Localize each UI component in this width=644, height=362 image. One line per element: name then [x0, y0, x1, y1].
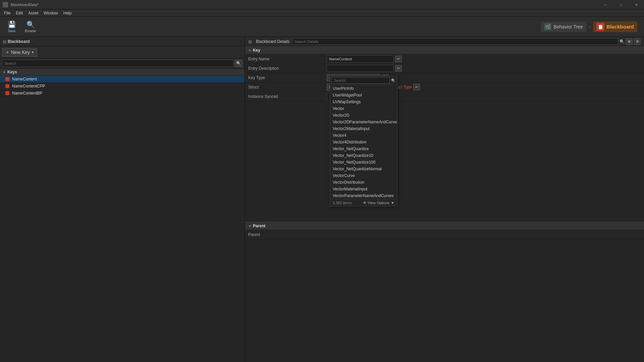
dropdown-item[interactable]: UVMapSettings: [330, 99, 397, 105]
breadcrumb-arrow: ›: [589, 24, 591, 29]
right-panel: ▤ Blackboard Details 🔍 ⊞ ⚙ ▼ Key Entry N…: [245, 37, 644, 362]
parent-section-arrow: ▼: [248, 224, 252, 228]
key-icon-namecontentbp: [5, 91, 9, 95]
behavior-tree-icon: 🌿: [544, 23, 551, 31]
dropdown-item[interactable]: VectorCurve: [330, 172, 397, 179]
dropdown-item[interactable]: Vector_NetQuantize100: [330, 159, 397, 166]
breadcrumb: 🌿 Behavior Tree › 📋 Blackboard: [541, 21, 637, 32]
dropdown-item[interactable]: Vector2DParameterNameAndCurves: [330, 119, 397, 125]
keys-section-header[interactable]: ▼ Keys: [0, 69, 245, 76]
parent-section-label: Parent: [253, 224, 265, 228]
dropdown-item[interactable]: Vector4: [330, 132, 397, 139]
menu-file[interactable]: File: [1, 10, 13, 16]
window-controls: ─ □ ✕: [598, 0, 644, 9]
key-type-label: Key Type: [245, 75, 325, 80]
entry-description-row: Entry Description ↩: [245, 64, 644, 73]
dropdown-item[interactable]: Vector: [330, 105, 397, 112]
toolbar: 💾 Save 🔍 Browse 🌿 Behavior Tree › 📋 Blac…: [0, 17, 644, 37]
minimize-button[interactable]: ─: [598, 0, 613, 9]
struct-reset-btn[interactable]: ↩: [413, 84, 420, 90]
dropdown-item[interactable]: Vector4Distribution: [330, 139, 397, 145]
key-name-namecontent: NameContent: [12, 77, 37, 81]
save-icon: 💾: [8, 20, 16, 28]
right-panel-header: ▤ Blackboard Details 🔍 ⊞ ⚙: [245, 37, 644, 46]
key-item-namecontentbp[interactable]: NameContentBP: [0, 90, 245, 97]
save-button[interactable]: 💾 Save: [3, 18, 20, 36]
search-button[interactable]: 🔍: [235, 60, 242, 67]
search-input[interactable]: [2, 60, 233, 67]
dropdown-item[interactable]: Vector_NetQuantize10: [330, 152, 397, 159]
dropdown-item[interactable]: UserWidgetPool: [330, 92, 397, 99]
key-name-namecontentcpp: NameContentCPP: [12, 84, 45, 88]
menubar: File Edit Asset Window Help: [0, 9, 644, 17]
left-panel: ▤ Blackboard ＋ New Key ▼ 🔍 ▼ Keys NameCo…: [0, 37, 245, 362]
entry-description-input[interactable]: [327, 65, 394, 72]
key-icon-namecontentcpp: [5, 84, 9, 88]
dropdown-search-icon: 🔍: [391, 78, 396, 83]
menu-help[interactable]: Help: [61, 10, 74, 16]
view-options-label: View Options: [368, 201, 390, 205]
dropdown-item[interactable]: UserPinInfo: [330, 85, 397, 92]
titlebar: BlackboardData* ─ □ ✕: [0, 0, 644, 9]
details-search-button[interactable]: 🔍: [620, 39, 625, 44]
dropdown-item[interactable]: Vector_NetQuantizeNormal: [330, 166, 397, 172]
dropdown-item[interactable]: Vector2MaterialInput: [330, 125, 397, 132]
dropdown-item[interactable]: Vector_NetQuantize: [330, 145, 397, 152]
details-panel-icon: ▤: [248, 39, 252, 44]
blackboard-icon: 📋: [596, 23, 604, 31]
close-button[interactable]: ✕: [629, 0, 644, 9]
menu-asset[interactable]: Asset: [25, 10, 41, 16]
new-key-button[interactable]: ＋ New Key ▼: [2, 48, 37, 57]
entry-description-value: ↩: [325, 65, 644, 72]
dropdown-item[interactable]: VectorParameterNameAndCurves: [330, 192, 397, 199]
struct-type-dropdown: 🔍 UserPinInfo UserWidgetPool UVMapSettin…: [330, 76, 397, 206]
entry-name-reset-btn[interactable]: ↩: [395, 56, 402, 62]
key-item-namecontentcpp[interactable]: NameContentCPP: [0, 83, 245, 90]
entry-name-input[interactable]: [327, 55, 394, 63]
instance-synced-label: Instance Synced: [245, 94, 325, 99]
items-count: 1,962 items: [333, 201, 352, 205]
struct-row: Struct NameContent ▼ ← 🔍 ✕ ⚙ Struct Type…: [245, 82, 644, 92]
breadcrumb-blackboard[interactable]: 📋 Blackboard: [593, 21, 637, 32]
keys-section: ▼ Keys NameContent NameContentCPP NameCo…: [0, 69, 245, 362]
right-panel-title: Blackboard Details: [256, 39, 289, 44]
menu-window[interactable]: Window: [41, 10, 61, 16]
left-panel-header: ▤ Blackboard: [0, 37, 245, 46]
details-search-input[interactable]: [292, 38, 618, 45]
dropdown-search-input[interactable]: [331, 77, 390, 84]
blackboard-label: Blackboard: [606, 24, 634, 29]
key-type-row: Key Type Struct ↩: [245, 73, 644, 82]
maximize-button[interactable]: □: [613, 0, 629, 9]
parent-section-header[interactable]: ▼ Parent: [245, 222, 644, 230]
key-item-namecontent[interactable]: NameContent: [0, 76, 245, 83]
dropdown-list: UserPinInfo UserWidgetPool UVMapSettings…: [330, 85, 397, 199]
dropdown-item[interactable]: Vector2D: [330, 112, 397, 119]
right-panel-search: 🔍 ⊞ ⚙: [292, 38, 641, 45]
view-columns-button[interactable]: ⊞: [626, 38, 633, 45]
key-detail-section-header[interactable]: ▼ Key: [245, 46, 644, 54]
parent-label: Parent: [245, 232, 325, 237]
behavior-tree-label: Behavior Tree: [553, 24, 583, 29]
entry-description-label: Entry Description: [245, 66, 325, 71]
entry-name-value: ↩: [325, 55, 644, 63]
app-icon: [3, 2, 8, 7]
new-key-label: New Key: [11, 50, 30, 55]
settings-button[interactable]: ⚙: [634, 38, 641, 45]
key-section-arrow: ▼: [248, 49, 252, 52]
browse-button[interactable]: 🔍 Browse: [22, 18, 39, 36]
menu-edit[interactable]: Edit: [13, 10, 25, 16]
view-options-button[interactable]: 👁 View Options ▼: [363, 201, 395, 205]
key-icon-namecontent: [5, 77, 9, 81]
left-panel-toolbar: ＋ New Key ▼: [0, 46, 245, 58]
entry-description-reset-btn[interactable]: ↩: [395, 65, 402, 72]
dropdown-item[interactable]: VectorDistribution: [330, 179, 397, 186]
dropdown-item[interactable]: VectorMaterialInput: [330, 186, 397, 192]
blackboard-panel-icon: ▤: [3, 39, 6, 44]
instance-synced-row: Instance Synced 🔍: [245, 92, 644, 101]
keys-arrow: ▼: [3, 70, 6, 74]
breadcrumb-behavior-tree[interactable]: 🌿 Behavior Tree: [541, 22, 586, 32]
keys-label: Keys: [7, 70, 17, 74]
save-label: Save: [8, 29, 16, 33]
new-key-icon: ＋: [5, 49, 10, 55]
key-name-namecontentbp: NameContentBP: [12, 91, 42, 96]
